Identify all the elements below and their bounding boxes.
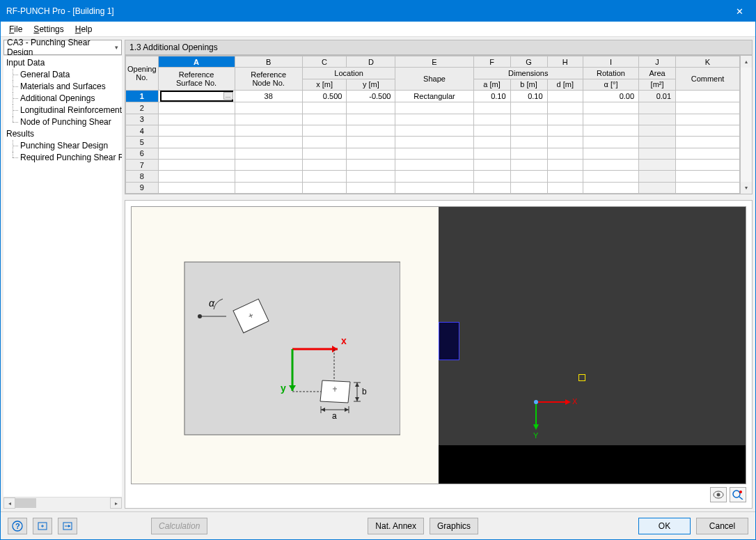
tree-item-node-punching[interactable]: Node of Punching Shear [6, 116, 122, 128]
cell[interactable] [583, 125, 638, 136]
cell[interactable] [639, 137, 676, 148]
cell[interactable] [639, 159, 676, 170]
tree-section-results[interactable]: Results [3, 128, 122, 140]
col-y[interactable]: y [m] [347, 79, 395, 90]
col-rotation[interactable]: Rotation [583, 68, 638, 79]
cell[interactable] [473, 148, 510, 159]
tree-item-required-reinf[interactable]: Required Punching Shear Reinf [6, 152, 122, 164]
cell[interactable] [158, 137, 235, 148]
openings-grid[interactable]: OpeningNo. A B C D E F G H I J K [125, 55, 753, 194]
graphics-button[interactable]: Graphics [430, 518, 478, 534]
menu-help[interactable]: Help [71, 23, 97, 36]
cell[interactable] [583, 102, 638, 114]
cell[interactable] [235, 114, 302, 125]
cell[interactable] [347, 182, 395, 193]
cell[interactable] [583, 137, 638, 148]
cell[interactable] [347, 148, 395, 159]
col-shape[interactable]: Shape [395, 68, 473, 91]
cell[interactable] [676, 114, 740, 125]
cell[interactable] [302, 102, 347, 114]
cell[interactable] [302, 159, 347, 170]
col-ref-node[interactable]: ReferenceNode No. [235, 68, 302, 91]
cell[interactable] [395, 148, 473, 159]
cancel-button[interactable]: Cancel [696, 518, 748, 534]
col-ref-surface[interactable]: ReferenceSurface No. [158, 68, 235, 91]
cell[interactable] [302, 171, 347, 182]
cell-i1[interactable]: 0.00 [583, 90, 638, 102]
row-num[interactable]: 2 [126, 102, 159, 114]
cell[interactable] [510, 182, 547, 193]
cell[interactable] [347, 137, 395, 148]
cell[interactable] [473, 171, 510, 182]
cell[interactable] [158, 159, 235, 170]
tree-section-input[interactable]: Input Data [3, 57, 122, 69]
cell[interactable] [676, 159, 740, 170]
col-letter-e[interactable]: E [395, 56, 473, 68]
col-opening-no[interactable]: OpeningNo. [126, 56, 159, 91]
col-b[interactable]: b [m] [510, 79, 547, 90]
col-letter-i[interactable]: I [583, 56, 638, 68]
cell[interactable] [510, 159, 547, 170]
cell[interactable] [158, 148, 235, 159]
cell[interactable] [676, 171, 740, 182]
cell[interactable] [395, 137, 473, 148]
col-dimensions[interactable]: Dimensions [473, 68, 583, 79]
menu-settings[interactable]: Settings [29, 23, 68, 36]
cell-h1[interactable] [547, 90, 583, 102]
grid-vscrollbar[interactable]: ▴ ▾ [740, 56, 752, 194]
cell[interactable] [302, 137, 347, 148]
cell[interactable] [639, 171, 676, 182]
col-letter-j[interactable]: J [639, 56, 676, 68]
tree-item-long-reinf[interactable]: Longitudinal Reinforcement [6, 105, 122, 116]
cell[interactable] [235, 102, 302, 114]
tree-item-additional-openings[interactable]: Additional Openings [6, 93, 122, 105]
cell[interactable] [510, 171, 547, 182]
cell-k1[interactable] [676, 90, 740, 102]
hscroll-thumb[interactable] [15, 498, 36, 508]
cell[interactable] [547, 159, 583, 170]
cell[interactable] [235, 137, 302, 148]
cell[interactable] [547, 102, 583, 114]
cell[interactable] [547, 137, 583, 148]
cell[interactable] [235, 125, 302, 136]
export-button[interactable] [33, 518, 52, 534]
cell-f1[interactable]: 0.10 [473, 90, 510, 102]
cell[interactable] [347, 171, 395, 182]
tree-item-materials[interactable]: Materials and Surfaces [6, 81, 122, 93]
cell[interactable] [547, 171, 583, 182]
cell[interactable] [676, 182, 740, 193]
row-num[interactable]: 3 [126, 114, 159, 125]
tree-hscrollbar[interactable]: ◂ ▸ [3, 497, 122, 509]
cell[interactable] [676, 102, 740, 114]
cell[interactable] [347, 159, 395, 170]
col-letter-c[interactable]: C [302, 56, 347, 68]
cell[interactable] [547, 148, 583, 159]
cell[interactable] [473, 182, 510, 193]
cell[interactable] [158, 182, 235, 193]
cell[interactable] [235, 159, 302, 170]
cell[interactable] [639, 125, 676, 136]
cell[interactable] [639, 102, 676, 114]
scroll-down-button[interactable]: ▾ [741, 182, 752, 194]
cell[interactable] [347, 125, 395, 136]
cell[interactable] [158, 125, 235, 136]
cell[interactable] [302, 114, 347, 125]
col-a[interactable]: a [m] [473, 79, 510, 90]
cell[interactable] [235, 171, 302, 182]
ok-button[interactable]: OK [638, 518, 691, 534]
scroll-right-button[interactable]: ▸ [110, 497, 122, 509]
col-area-unit[interactable]: [m²] [639, 79, 676, 90]
cell[interactable] [302, 182, 347, 193]
cell[interactable] [158, 171, 235, 182]
scroll-up-button[interactable]: ▴ [741, 56, 752, 68]
calculation-button[interactable]: Calculation [151, 518, 207, 534]
3d-viewport[interactable]: X Y [439, 207, 746, 484]
cell-j1[interactable]: 0.01 [639, 90, 676, 102]
row-num[interactable]: 9 [126, 182, 159, 193]
cell[interactable] [347, 102, 395, 114]
cell-d1[interactable]: -0.500 [347, 90, 395, 102]
cell[interactable] [676, 125, 740, 136]
cell[interactable] [473, 102, 510, 114]
nat-annex-button[interactable]: Nat. Annex [368, 518, 424, 534]
col-d[interactable]: d [m] [547, 79, 583, 90]
